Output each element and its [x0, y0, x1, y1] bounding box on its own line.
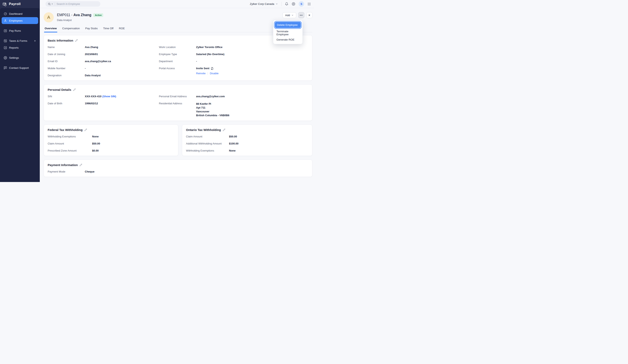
reports-icon: [4, 46, 7, 50]
field-row: Name Ava Zhang: [48, 46, 159, 49]
field-value: Ava Zhang: [85, 46, 159, 49]
sidebar-item-pay-runs[interactable]: Pay Runs: [1, 27, 38, 34]
disable-link[interactable]: Disable: [210, 72, 219, 75]
tab-pay-stubs[interactable]: Pay Stubs: [85, 27, 98, 32]
portal-access-status: Invite Sent: [196, 67, 209, 70]
sidebar-item-settings[interactable]: Settings: [1, 54, 38, 61]
field-row-portal-access: Portal Access Invite Sent: [159, 67, 308, 75]
field-row: Designation Data Analyst: [48, 74, 159, 77]
nav-group-gap: [0, 34, 40, 37]
topbar: Zylker Corp Canada S: [40, 0, 314, 8]
sidebar-item-contact-support[interactable]: Contact Support: [1, 64, 38, 71]
field-row-address: Residential Address 88 Keefer Pl Apt 711…: [159, 102, 308, 117]
dashboard-icon: [4, 12, 7, 15]
sidebar: Payroll Dashboard Employees: [0, 0, 40, 182]
header-actions: Add ••• ✕: [283, 12, 313, 18]
menu-item-delete-employee[interactable]: Delete Employee: [275, 22, 301, 28]
field-label: Date of Joining: [48, 53, 85, 56]
field-value: Data Analyst: [85, 74, 159, 77]
bell-icon[interactable]: [285, 2, 288, 6]
address-line: Apt 711: [196, 106, 308, 110]
tab-bar: Overview Compensation Pay Stubs Time Off…: [44, 27, 313, 32]
tab-time-off[interactable]: Time Off: [103, 27, 113, 32]
close-icon: ✕: [308, 14, 311, 17]
app-logo[interactable]: Payroll: [0, 0, 40, 8]
field-value: 1996/02/12: [85, 102, 159, 105]
ontario-tax-card: Ontario Tax Withholding Claim Amount $50…: [182, 124, 313, 156]
field-label: Employee Type: [159, 53, 196, 56]
reinvite-link[interactable]: Reinvite: [196, 72, 206, 75]
sidebar-item-employees[interactable]: Employees: [1, 17, 38, 24]
page-title: EMP011 -Ava Zhang: [57, 13, 91, 17]
show-sin-link[interactable]: (Show SIN): [102, 95, 116, 98]
invite-sent-document-icon[interactable]: [211, 67, 214, 70]
close-button[interactable]: ✕: [306, 12, 313, 18]
section-title: Payment Information: [48, 163, 78, 167]
add-button[interactable]: Add: [283, 12, 296, 18]
field-label: Claim Amount: [186, 135, 229, 138]
field-value: None: [229, 149, 308, 152]
field-row: Work Location Zylker Toronto Office: [159, 46, 308, 49]
field-row: Claim Amount $50.00: [48, 142, 174, 145]
field-label: Email ID: [48, 60, 85, 63]
org-selector[interactable]: Zylker Corp Canada: [250, 2, 278, 5]
field-label: Withholding Exemptions: [186, 149, 229, 152]
sidebar-item-dashboard[interactable]: Dashboard: [1, 10, 38, 17]
caret-down-icon[interactable]: [51, 3, 53, 5]
field-row: Department -: [159, 60, 308, 63]
field-value: -: [196, 60, 308, 63]
edit-pencil-icon[interactable]: [73, 88, 76, 91]
search-icon: [48, 3, 51, 5]
field-row: Claim Amount $50.00: [186, 135, 308, 138]
field-label: Date of Birth: [48, 102, 85, 105]
sidebar-item-taxes-forms[interactable]: Taxes & Forms: [1, 37, 38, 44]
more-actions-button[interactable]: •••: [298, 12, 304, 18]
field-value: $50.00: [92, 142, 174, 145]
basic-information-card: Basic Information Name Ava Zhang: [44, 35, 313, 81]
sidebar-item-label: Settings: [9, 56, 19, 59]
field-label: Personal Email Address: [159, 95, 196, 98]
section-title: Ontario Tax Withholding: [186, 128, 221, 131]
apps-grid-icon[interactable]: [308, 2, 311, 6]
search-bar[interactable]: [45, 1, 100, 7]
tab-compensation[interactable]: Compensation: [62, 27, 80, 32]
employee-code: EMP011 -: [57, 13, 73, 17]
search-input[interactable]: [57, 2, 98, 5]
edit-pencil-icon[interactable]: [84, 128, 87, 131]
field-row: Payment Mode Cheque: [48, 170, 308, 173]
field-value: ava.zhang@zylker.ca: [85, 60, 159, 63]
federal-tax-card: Federal Tax Withholding Withholding Exem…: [44, 124, 178, 156]
topbar-divider: [281, 2, 282, 6]
taxes-forms-icon: [4, 39, 7, 43]
context-menu: Delete Employee Terminate Employee Gener…: [273, 20, 303, 44]
menu-item-terminate-employee[interactable]: Terminate Employee: [274, 30, 301, 36]
field-label: SIN: [48, 95, 85, 98]
tab-overview[interactable]: Overview: [45, 27, 57, 32]
field-row: Employee Type Salaried (No Overtime): [159, 53, 308, 56]
field-row: Prescribed Zone Amount $0.00: [48, 149, 174, 152]
edit-pencil-icon[interactable]: [75, 39, 78, 42]
org-name: Zylker Corp Canada: [250, 2, 274, 5]
field-label: Claim Amount: [48, 142, 92, 145]
sidebar-item-label: Taxes & Forms: [9, 39, 27, 42]
field-value: 2023/06/01: [85, 53, 159, 56]
field-row: Email ID ava.zhang@zylker.ca: [48, 60, 159, 63]
field-label: Residential Address: [159, 102, 196, 105]
topbar-right: Zylker Corp Canada S: [250, 1, 311, 7]
app-title: Payroll: [9, 2, 21, 6]
section-title: Personal Details: [48, 88, 71, 91]
edit-pencil-icon[interactable]: [223, 128, 225, 131]
chevron-down-icon: [276, 3, 278, 5]
menu-item-generate-roe[interactable]: Generate ROE: [274, 37, 301, 43]
user-avatar[interactable]: S: [299, 1, 304, 7]
edit-pencil-icon[interactable]: [79, 164, 82, 166]
gear-icon[interactable]: [292, 2, 295, 6]
tax-cards-row: Federal Tax Withholding Withholding Exem…: [44, 121, 313, 156]
field-label: Prescribed Zone Amount: [48, 149, 92, 152]
field-row: Withholding Exemptions None: [48, 135, 174, 138]
sidebar-item-reports[interactable]: Reports: [1, 44, 38, 51]
field-label: Additional Withholding Amount: [186, 142, 229, 145]
tab-roe[interactable]: ROE: [119, 27, 125, 32]
field-label: Portal Access: [159, 67, 196, 70]
employees-icon: [4, 19, 7, 22]
